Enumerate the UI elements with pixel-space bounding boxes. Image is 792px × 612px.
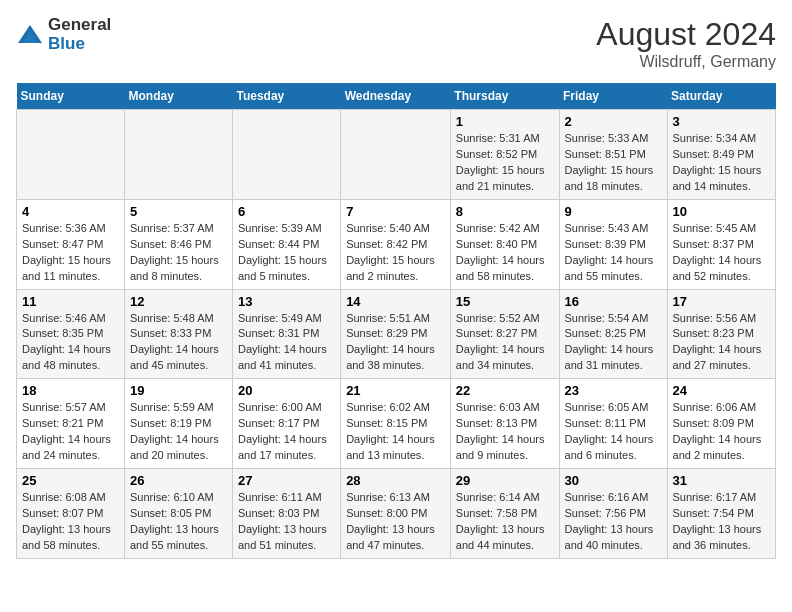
- page-header: General Blue August 2024 Wilsdruff, Germ…: [16, 16, 776, 71]
- day-number: 31: [673, 473, 770, 488]
- logo-general: General: [48, 16, 111, 35]
- day-info: Sunrise: 5:52 AM Sunset: 8:27 PM Dayligh…: [456, 312, 545, 372]
- column-header-wednesday: Wednesday: [341, 83, 451, 110]
- day-info: Sunrise: 5:45 AM Sunset: 8:37 PM Dayligh…: [673, 222, 762, 282]
- day-info: Sunrise: 5:40 AM Sunset: 8:42 PM Dayligh…: [346, 222, 435, 282]
- day-info: Sunrise: 6:06 AM Sunset: 8:09 PM Dayligh…: [673, 401, 762, 461]
- calendar-cell: [17, 110, 125, 200]
- day-number: 19: [130, 383, 227, 398]
- logo-blue: Blue: [48, 35, 111, 54]
- day-info: Sunrise: 5:56 AM Sunset: 8:23 PM Dayligh…: [673, 312, 762, 372]
- calendar-cell: 3Sunrise: 5:34 AM Sunset: 8:49 PM Daylig…: [667, 110, 775, 200]
- day-number: 10: [673, 204, 770, 219]
- day-info: Sunrise: 5:39 AM Sunset: 8:44 PM Dayligh…: [238, 222, 327, 282]
- day-number: 14: [346, 294, 445, 309]
- subtitle: Wilsdruff, Germany: [596, 53, 776, 71]
- day-number: 4: [22, 204, 119, 219]
- day-info: Sunrise: 6:17 AM Sunset: 7:54 PM Dayligh…: [673, 491, 762, 551]
- day-number: 11: [22, 294, 119, 309]
- day-info: Sunrise: 5:43 AM Sunset: 8:39 PM Dayligh…: [565, 222, 654, 282]
- title-block: August 2024 Wilsdruff, Germany: [596, 16, 776, 71]
- calendar-cell: 28Sunrise: 6:13 AM Sunset: 8:00 PM Dayli…: [341, 469, 451, 559]
- day-number: 29: [456, 473, 554, 488]
- calendar-cell: 29Sunrise: 6:14 AM Sunset: 7:58 PM Dayli…: [450, 469, 559, 559]
- day-number: 3: [673, 114, 770, 129]
- logo-icon: [16, 21, 44, 49]
- calendar-table: SundayMondayTuesdayWednesdayThursdayFrid…: [16, 83, 776, 559]
- calendar-cell: 8Sunrise: 5:42 AM Sunset: 8:40 PM Daylig…: [450, 199, 559, 289]
- column-header-thursday: Thursday: [450, 83, 559, 110]
- day-number: 1: [456, 114, 554, 129]
- calendar-cell: 17Sunrise: 5:56 AM Sunset: 8:23 PM Dayli…: [667, 289, 775, 379]
- calendar-cell: [232, 110, 340, 200]
- day-info: Sunrise: 6:08 AM Sunset: 8:07 PM Dayligh…: [22, 491, 111, 551]
- calendar-cell: 7Sunrise: 5:40 AM Sunset: 8:42 PM Daylig…: [341, 199, 451, 289]
- day-number: 17: [673, 294, 770, 309]
- day-number: 21: [346, 383, 445, 398]
- calendar-cell: 4Sunrise: 5:36 AM Sunset: 8:47 PM Daylig…: [17, 199, 125, 289]
- day-number: 23: [565, 383, 662, 398]
- day-info: Sunrise: 5:46 AM Sunset: 8:35 PM Dayligh…: [22, 312, 111, 372]
- day-number: 5: [130, 204, 227, 219]
- day-number: 20: [238, 383, 335, 398]
- day-info: Sunrise: 5:54 AM Sunset: 8:25 PM Dayligh…: [565, 312, 654, 372]
- calendar-cell: 19Sunrise: 5:59 AM Sunset: 8:19 PM Dayli…: [124, 379, 232, 469]
- calendar-cell: 9Sunrise: 5:43 AM Sunset: 8:39 PM Daylig…: [559, 199, 667, 289]
- calendar-cell: 12Sunrise: 5:48 AM Sunset: 8:33 PM Dayli…: [124, 289, 232, 379]
- day-number: 27: [238, 473, 335, 488]
- week-row-2: 4Sunrise: 5:36 AM Sunset: 8:47 PM Daylig…: [17, 199, 776, 289]
- day-number: 18: [22, 383, 119, 398]
- day-info: Sunrise: 5:36 AM Sunset: 8:47 PM Dayligh…: [22, 222, 111, 282]
- calendar-cell: 26Sunrise: 6:10 AM Sunset: 8:05 PM Dayli…: [124, 469, 232, 559]
- day-info: Sunrise: 5:57 AM Sunset: 8:21 PM Dayligh…: [22, 401, 111, 461]
- calendar-cell: 11Sunrise: 5:46 AM Sunset: 8:35 PM Dayli…: [17, 289, 125, 379]
- calendar-cell: 22Sunrise: 6:03 AM Sunset: 8:13 PM Dayli…: [450, 379, 559, 469]
- day-number: 2: [565, 114, 662, 129]
- day-info: Sunrise: 5:31 AM Sunset: 8:52 PM Dayligh…: [456, 132, 545, 192]
- logo-text: General Blue: [48, 16, 111, 53]
- day-info: Sunrise: 5:33 AM Sunset: 8:51 PM Dayligh…: [565, 132, 654, 192]
- week-row-4: 18Sunrise: 5:57 AM Sunset: 8:21 PM Dayli…: [17, 379, 776, 469]
- week-row-5: 25Sunrise: 6:08 AM Sunset: 8:07 PM Dayli…: [17, 469, 776, 559]
- column-header-saturday: Saturday: [667, 83, 775, 110]
- calendar-cell: 1Sunrise: 5:31 AM Sunset: 8:52 PM Daylig…: [450, 110, 559, 200]
- column-header-friday: Friday: [559, 83, 667, 110]
- calendar-cell: 13Sunrise: 5:49 AM Sunset: 8:31 PM Dayli…: [232, 289, 340, 379]
- day-number: 13: [238, 294, 335, 309]
- calendar-cell: 23Sunrise: 6:05 AM Sunset: 8:11 PM Dayli…: [559, 379, 667, 469]
- header-row: SundayMondayTuesdayWednesdayThursdayFrid…: [17, 83, 776, 110]
- week-row-3: 11Sunrise: 5:46 AM Sunset: 8:35 PM Dayli…: [17, 289, 776, 379]
- day-number: 25: [22, 473, 119, 488]
- day-number: 26: [130, 473, 227, 488]
- day-info: Sunrise: 6:03 AM Sunset: 8:13 PM Dayligh…: [456, 401, 545, 461]
- day-number: 15: [456, 294, 554, 309]
- day-number: 24: [673, 383, 770, 398]
- calendar-cell: 2Sunrise: 5:33 AM Sunset: 8:51 PM Daylig…: [559, 110, 667, 200]
- day-info: Sunrise: 5:59 AM Sunset: 8:19 PM Dayligh…: [130, 401, 219, 461]
- calendar-cell: 27Sunrise: 6:11 AM Sunset: 8:03 PM Dayli…: [232, 469, 340, 559]
- day-number: 7: [346, 204, 445, 219]
- day-number: 9: [565, 204, 662, 219]
- column-header-sunday: Sunday: [17, 83, 125, 110]
- day-info: Sunrise: 6:00 AM Sunset: 8:17 PM Dayligh…: [238, 401, 327, 461]
- day-info: Sunrise: 6:16 AM Sunset: 7:56 PM Dayligh…: [565, 491, 654, 551]
- calendar-cell: 16Sunrise: 5:54 AM Sunset: 8:25 PM Dayli…: [559, 289, 667, 379]
- week-row-1: 1Sunrise: 5:31 AM Sunset: 8:52 PM Daylig…: [17, 110, 776, 200]
- day-number: 12: [130, 294, 227, 309]
- day-info: Sunrise: 6:05 AM Sunset: 8:11 PM Dayligh…: [565, 401, 654, 461]
- day-number: 16: [565, 294, 662, 309]
- column-header-tuesday: Tuesday: [232, 83, 340, 110]
- day-info: Sunrise: 5:34 AM Sunset: 8:49 PM Dayligh…: [673, 132, 762, 192]
- calendar-cell: 30Sunrise: 6:16 AM Sunset: 7:56 PM Dayli…: [559, 469, 667, 559]
- day-info: Sunrise: 6:14 AM Sunset: 7:58 PM Dayligh…: [456, 491, 545, 551]
- day-number: 28: [346, 473, 445, 488]
- calendar-cell: 20Sunrise: 6:00 AM Sunset: 8:17 PM Dayli…: [232, 379, 340, 469]
- calendar-cell: 21Sunrise: 6:02 AM Sunset: 8:15 PM Dayli…: [341, 379, 451, 469]
- calendar-cell: 31Sunrise: 6:17 AM Sunset: 7:54 PM Dayli…: [667, 469, 775, 559]
- day-info: Sunrise: 6:13 AM Sunset: 8:00 PM Dayligh…: [346, 491, 435, 551]
- calendar-cell: 14Sunrise: 5:51 AM Sunset: 8:29 PM Dayli…: [341, 289, 451, 379]
- calendar-cell: 6Sunrise: 5:39 AM Sunset: 8:44 PM Daylig…: [232, 199, 340, 289]
- calendar-cell: [124, 110, 232, 200]
- calendar-cell: 25Sunrise: 6:08 AM Sunset: 8:07 PM Dayli…: [17, 469, 125, 559]
- day-info: Sunrise: 5:48 AM Sunset: 8:33 PM Dayligh…: [130, 312, 219, 372]
